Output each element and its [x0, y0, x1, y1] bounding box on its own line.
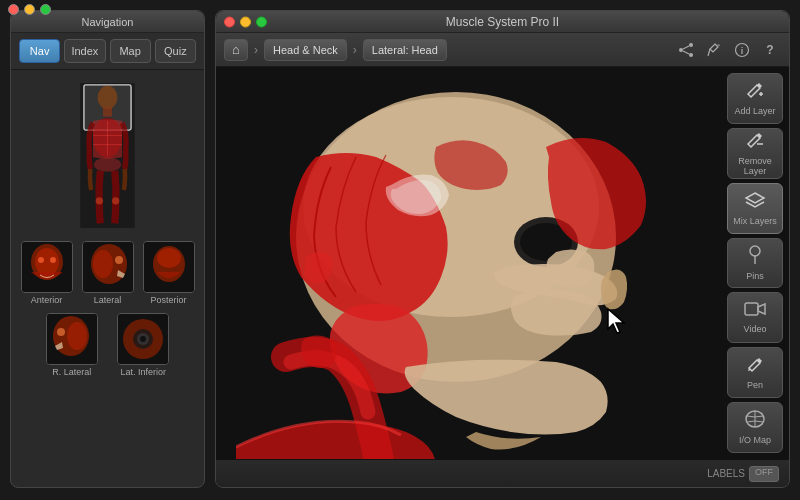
thumb-grid-2: R. Lateral Lat. Inferior — [19, 313, 196, 377]
full-body-area — [19, 78, 196, 233]
remove-layer-button[interactable]: Remove Layer — [727, 128, 783, 179]
nav-body: Anterior Lateral — [11, 70, 204, 487]
svg-rect-51 — [745, 303, 758, 315]
pin-icon — [746, 245, 764, 265]
body-svg — [80, 83, 135, 228]
breadcrumb-current[interactable]: Lateral: Head — [363, 39, 447, 61]
bottom-bar: LABELS OFF — [216, 459, 789, 487]
nav-panel: Navigation Nav Index Map Quiz — [10, 10, 205, 488]
thumb-img-lat-inferior — [117, 313, 169, 365]
nav-tabs-row: Nav Index Map Quiz — [11, 33, 204, 70]
viewer-area[interactable]: Add Layer Remove Layer — [216, 67, 789, 459]
head-lateral-svg — [83, 242, 133, 292]
svg-point-19 — [115, 256, 123, 264]
svg-rect-3 — [103, 107, 112, 116]
video-icon — [744, 300, 766, 322]
thumb-grid: Anterior Lateral — [19, 241, 196, 305]
nav-close-dot[interactable] — [10, 10, 19, 15]
svg-point-18 — [93, 250, 113, 278]
pencil-plus-icon — [745, 80, 765, 100]
anatomy-svg — [236, 77, 696, 459]
video-button[interactable]: Video — [727, 292, 783, 343]
svg-text:?: ? — [766, 43, 773, 57]
svg-point-14 — [38, 257, 44, 263]
breadcrumb-sep-1: › — [254, 43, 258, 57]
thumb-r-lateral[interactable]: R. Lateral — [46, 313, 98, 377]
labels-toggle-button[interactable]: OFF — [749, 466, 779, 482]
svg-point-22 — [157, 248, 181, 268]
pen-button[interactable]: Pen — [727, 347, 783, 398]
head-lat-inferior-svg — [118, 314, 168, 364]
pins-icon — [746, 245, 764, 269]
mix-layers-icon — [744, 190, 766, 214]
minimize-button[interactable] — [240, 16, 251, 27]
main-title: Muscle System Pro II — [446, 15, 559, 29]
thumb-anterior[interactable]: Anterior — [19, 241, 74, 305]
thumb-img-anterior — [21, 241, 73, 293]
close-button[interactable] — [224, 16, 235, 27]
head-r-lateral-svg — [47, 314, 97, 364]
eraser-icon — [745, 130, 765, 150]
map-icon — [744, 409, 766, 429]
breadcrumb-section[interactable]: Head & Neck — [264, 39, 347, 61]
labels-text: LABELS — [707, 468, 745, 479]
video-cam-icon — [744, 300, 766, 318]
mix-layers-button[interactable]: Mix Layers — [727, 183, 783, 234]
nav-maximize-dot[interactable] — [40, 10, 51, 15]
maximize-button[interactable] — [256, 16, 267, 27]
thumb-label-r-lateral: R. Lateral — [52, 367, 91, 377]
info-button[interactable]: i — [731, 39, 753, 61]
svg-point-10 — [112, 197, 119, 204]
head-posterior-svg — [144, 242, 194, 292]
layers-icon — [744, 190, 766, 210]
thumb-lateral[interactable]: Lateral — [80, 241, 135, 305]
pen-label: Pen — [747, 381, 763, 391]
io-map-icon — [744, 409, 766, 433]
thumb-img-r-lateral — [46, 313, 98, 365]
pins-label: Pins — [746, 272, 764, 282]
side-toolbar: Add Layer Remove Layer — [721, 67, 789, 459]
svg-point-25 — [67, 322, 87, 350]
head-anterior-svg — [22, 242, 72, 292]
share-icon — [678, 42, 694, 58]
anatomy-illustration — [236, 77, 696, 459]
thumb-lat-inferior[interactable]: Lat. Inferior — [117, 313, 169, 377]
main-panel: Muscle System Pro II ⌂ › Head & Neck › L… — [215, 10, 790, 488]
remove-layer-label: Remove Layer — [728, 157, 782, 177]
tools-button[interactable] — [703, 39, 725, 61]
nav-titlebar: Navigation — [11, 11, 204, 33]
pins-button[interactable]: Pins — [727, 238, 783, 289]
svg-line-36 — [683, 51, 689, 54]
share-button[interactable] — [675, 39, 697, 61]
svg-point-13 — [35, 248, 59, 276]
remove-layer-icon — [745, 130, 765, 154]
nav-minimize-dot[interactable] — [24, 10, 35, 15]
io-map-label: I/O Map — [739, 436, 771, 446]
labels-toggle: LABELS OFF — [707, 466, 779, 482]
thumb-label-lat-inferior: Lat. Inferior — [120, 367, 166, 377]
tab-index[interactable]: Index — [64, 39, 105, 63]
breadcrumb-bar: ⌂ › Head & Neck › Lateral: Head — [216, 33, 789, 67]
tab-map[interactable]: Map — [110, 39, 151, 63]
svg-line-35 — [683, 46, 689, 49]
breadcrumb-sep-2: › — [353, 43, 357, 57]
mix-layers-label: Mix Layers — [733, 217, 777, 227]
io-map-button[interactable]: I/O Map — [727, 402, 783, 453]
help-icon: ? — [762, 42, 778, 58]
svg-point-31 — [140, 336, 146, 342]
svg-text:i: i — [741, 46, 744, 56]
toolbar-icons: i ? — [675, 39, 781, 61]
tab-quiz[interactable]: Quiz — [155, 39, 196, 63]
tab-nav[interactable]: Nav — [19, 39, 60, 63]
pen-svg-icon — [746, 354, 764, 374]
add-layer-button[interactable]: Add Layer — [727, 73, 783, 124]
full-body-figure[interactable] — [80, 83, 135, 228]
main-titlebar: Muscle System Pro II — [216, 11, 789, 33]
home-button[interactable]: ⌂ — [224, 39, 248, 61]
add-layer-icon — [745, 80, 765, 104]
help-button[interactable]: ? — [759, 39, 781, 61]
video-label: Video — [744, 325, 767, 335]
tools-icon — [706, 42, 722, 58]
thumb-label-posterior: Posterior — [150, 295, 186, 305]
thumb-posterior[interactable]: Posterior — [141, 241, 196, 305]
